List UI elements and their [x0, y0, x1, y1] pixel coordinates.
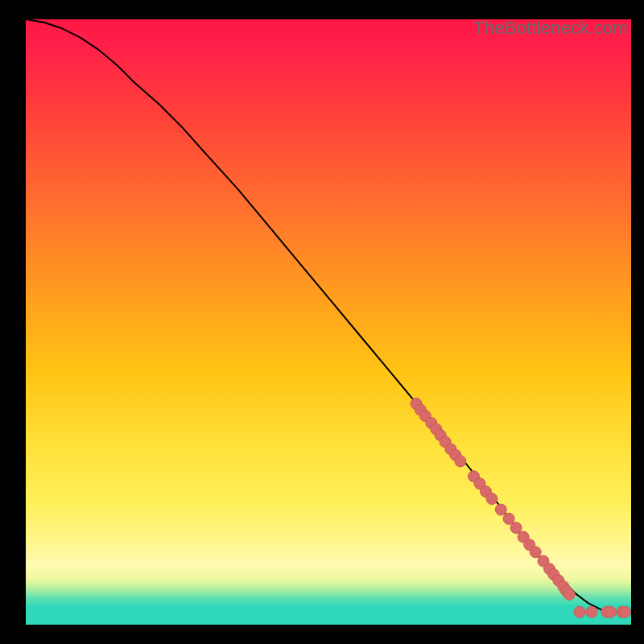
- data-point: [495, 504, 506, 515]
- data-point: [605, 606, 616, 617]
- chart-overlay: [26, 19, 631, 625]
- data-point: [455, 456, 466, 467]
- plot-area: TheBottleneck.com: [26, 19, 631, 625]
- bottleneck-curve: [26, 19, 631, 613]
- data-point: [586, 606, 597, 617]
- data-point: [510, 522, 522, 534]
- chart-stage: TheBottleneck.com: [0, 0, 644, 644]
- data-point: [530, 547, 541, 558]
- data-point: [574, 606, 585, 617]
- data-point: [503, 513, 514, 524]
- data-point: [620, 606, 631, 617]
- data-point: [564, 588, 575, 600]
- data-points: [411, 398, 631, 618]
- data-point: [486, 493, 497, 505]
